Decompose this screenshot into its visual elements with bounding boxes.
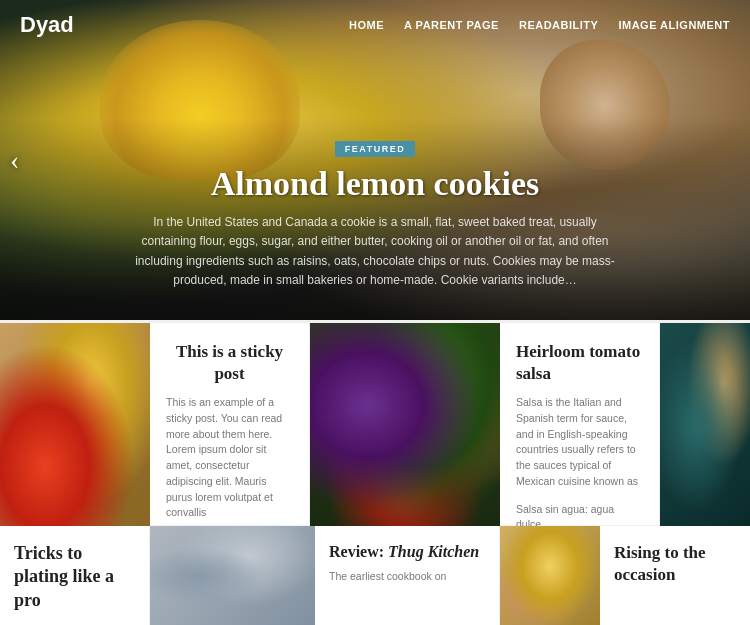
review-title: Review: Thug Kitchen [329,542,485,563]
card-food-image-bottom [500,526,600,625]
card-bottles-image [150,526,315,625]
card-tricks-plating: Tricks to plating like a pro [0,526,150,625]
logo[interactable]: Dyad [20,12,74,38]
nav-image-alignment[interactable]: IMAGE ALIGNMENT [618,19,730,31]
nav-readability[interactable]: READABILITY [519,19,598,31]
sticky-post-text: This is an example of a sticky post. You… [166,395,293,521]
card-sticky-post: This is a sticky post This is an example… [150,323,310,525]
sticky-post-title: This is a sticky post [166,341,293,385]
nav: HOME A PARENT PAGE READABILITY IMAGE ALI… [349,19,730,31]
header: Dyad HOME A PARENT PAGE READABILITY IMAG… [0,0,750,50]
review-title-italic: Thug Kitchen [388,543,479,560]
hero-prev-button[interactable]: ‹ [10,144,19,176]
cards-row-2: Tricks to plating like a pro Review: Thu… [0,525,750,625]
review-text: The earliest cookbook on [329,569,485,585]
nav-home[interactable]: HOME [349,19,384,31]
card-restaurant-image [660,323,750,528]
nav-parent[interactable]: A PARENT PAGE [404,19,499,31]
hero-title: Almond lemon cookies [80,165,670,203]
card-heirloom-salsa: Heirloom tomato salsa Salsa is the Itali… [500,323,660,525]
heirloom-text: Salsa is the Italian and Spanish term fo… [516,395,643,490]
heirloom-title: Heirloom tomato salsa [516,341,643,385]
featured-badge: FEATURED [335,141,415,157]
tricks-title: Tricks to plating like a pro [14,542,135,612]
rising-title: Rising to the occasion [614,542,736,586]
cards-row-1: This is a sticky post This is an example… [0,320,750,525]
card-tomatoes-image [310,323,500,528]
card-food-image-left [0,323,150,528]
hero-description: In the United States and Canada a cookie… [125,213,625,290]
card-rising-occasion: Rising to the occasion [600,526,750,625]
hero-overlay: FEATURED Almond lemon cookies In the Uni… [0,118,750,320]
card-review: Review: Thug Kitchen The earliest cookbo… [315,526,500,625]
